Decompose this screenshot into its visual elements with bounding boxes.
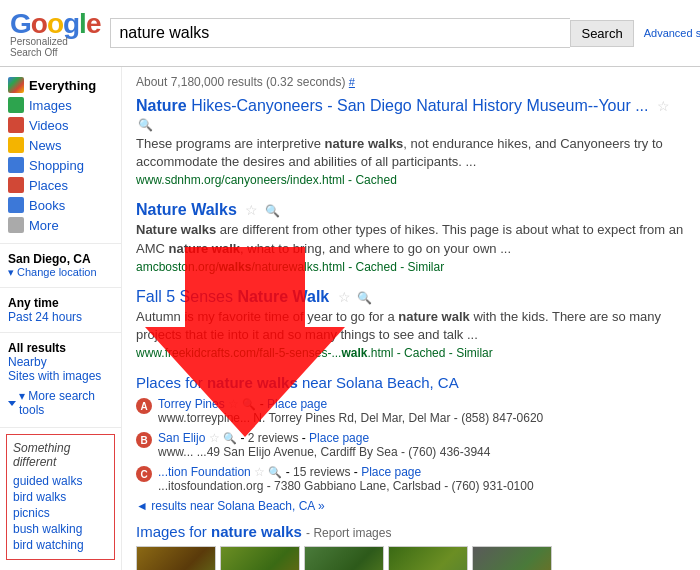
result-2-cached-link[interactable]: Cached	[355, 260, 396, 274]
zoom-c-icon[interactable]: 🔍	[268, 466, 282, 478]
more-tools-triangle-icon	[8, 401, 16, 406]
result-2-snippet: Nature walks are different from other ty…	[136, 221, 686, 257]
result-item-1: Nature Hikes-Canyoneers - San Diego Natu…	[136, 97, 686, 187]
advanced-search-link[interactable]: Advanced search	[644, 27, 700, 39]
everything-icon	[8, 77, 24, 93]
images-icon	[8, 97, 24, 113]
thumb-3[interactable]	[304, 546, 384, 570]
result-3-cached-link[interactable]: Cached	[404, 346, 445, 360]
result-1-cached-link[interactable]: Cached	[355, 173, 396, 187]
zoom-a-icon[interactable]: 🔍	[242, 398, 256, 410]
place-b-page-link[interactable]: Place page	[309, 431, 369, 445]
news-label: News	[29, 138, 62, 153]
location-section: San Diego, CA ▾ Change location	[0, 250, 121, 281]
everything-label: Everything	[29, 78, 96, 93]
search-input[interactable]	[110, 18, 570, 48]
place-a-page-link[interactable]: Place page	[267, 397, 327, 411]
suggestion-item-1[interactable]: guided walks	[13, 473, 108, 489]
suggestion-item-2[interactable]: bird walks	[13, 489, 108, 505]
more-tools-label: ▾ More search tools	[19, 389, 113, 417]
result-2-similar-link[interactable]: Similar	[408, 260, 445, 274]
result-3-title: Fall 5 Senses Nature Walk ☆ 🔍	[136, 288, 686, 306]
sidebar-item-more[interactable]: More	[8, 215, 113, 235]
result-stats-link[interactable]: #	[349, 76, 355, 88]
suggestion-item-4[interactable]: bush walking	[13, 521, 108, 537]
result-stats: About 7,180,000 results (0.32 seconds) #	[136, 71, 686, 89]
sites-with-images-link[interactable]: Sites with images	[8, 369, 113, 383]
suggestion-item-5[interactable]: bird watching	[13, 537, 108, 553]
zoom-icon-3[interactable]: 🔍	[357, 291, 372, 305]
more-search-tools-link[interactable]: ▾ More search tools	[0, 385, 121, 421]
books-label: Books	[29, 198, 65, 213]
sidebar-item-everything[interactable]: Everything	[8, 75, 113, 95]
location-city: San Diego, CA	[8, 252, 113, 266]
result-2-url: amcboston.org/walks/naturewalks.html - C…	[136, 260, 686, 274]
place-item-b: B San Elijo ☆ 🔍 - 2 reviews - Place page…	[136, 431, 686, 459]
zoom-icon-1[interactable]: 🔍	[138, 118, 153, 132]
books-icon	[8, 197, 24, 213]
places-icon	[8, 177, 24, 193]
search-bar: Search	[110, 18, 633, 48]
result-item-2: Nature Walks ☆ 🔍 Nature walks are differ…	[136, 201, 686, 273]
videos-icon	[8, 117, 24, 133]
place-c-name-link[interactable]: ...tion Foundation	[158, 465, 251, 479]
place-b-address: www... ...49 San Elijo Avenue, Cardiff B…	[158, 445, 490, 459]
images-header: Images for nature walks - Report images	[136, 523, 686, 540]
past-24h-link[interactable]: Past 24 hours	[8, 310, 113, 324]
suggestion-item-3[interactable]: picnics	[13, 505, 108, 521]
result-3-snippet: Autumn is my favorite time of year to go…	[136, 308, 686, 344]
content-area: About 7,180,000 results (0.32 seconds) #…	[122, 67, 700, 570]
place-a-name-link[interactable]: Torrey Pines	[158, 397, 225, 411]
result-1-title: Nature Hikes-Canyoneers - San Diego Natu…	[136, 97, 686, 133]
star-icon-3[interactable]: ☆	[338, 289, 351, 305]
zoom-b-icon[interactable]: 🔍	[223, 432, 237, 444]
results-section: All results Nearby Sites with images	[0, 339, 121, 385]
place-a-address: www.torreypine... N. Torrey Pines Rd, De…	[158, 411, 543, 425]
place-c-star[interactable]: ☆	[254, 465, 265, 479]
zoom-icon-2[interactable]: 🔍	[265, 204, 280, 218]
sidebar-item-videos[interactable]: Videos	[8, 115, 113, 135]
sidebar-item-places[interactable]: Places	[8, 175, 113, 195]
report-images-link[interactable]: - Report images	[306, 526, 391, 540]
place-b-star[interactable]: ☆	[209, 431, 220, 445]
thumb-4[interactable]	[388, 546, 468, 570]
suggestions-box: Something different guided walks bird wa…	[6, 434, 115, 560]
result-3-link[interactable]: Fall 5 Senses Nature Walk	[136, 288, 329, 305]
place-c-reviews: 15 reviews	[293, 465, 350, 479]
nearby-results-link[interactable]: ◄ results near Solana Beach, CA »	[136, 499, 686, 513]
result-1-link[interactable]: Nature Hikes-Canyoneers - San Diego Natu…	[136, 97, 649, 114]
videos-label: Videos	[29, 118, 69, 133]
nearby-link[interactable]: Nearby	[8, 355, 113, 369]
images-label: Images	[29, 98, 72, 113]
place-c-page-link[interactable]: Place page	[361, 465, 421, 479]
star-icon-2[interactable]: ☆	[245, 202, 258, 218]
thumb-5[interactable]	[472, 546, 552, 570]
sidebar-item-news[interactable]: News	[8, 135, 113, 155]
thumb-2[interactable]	[220, 546, 300, 570]
sidebar-item-shopping[interactable]: Shopping	[8, 155, 113, 175]
images-row	[136, 546, 686, 570]
place-marker-a: A	[136, 398, 152, 414]
thumb-1[interactable]	[136, 546, 216, 570]
place-marker-c: C	[136, 466, 152, 482]
result-2-title: Nature Walks ☆ 🔍	[136, 201, 686, 219]
result-2-link[interactable]: Nature Walks	[136, 201, 237, 218]
place-a-star[interactable]: ☆	[228, 397, 239, 411]
more-icon	[8, 217, 24, 233]
all-results-label: All results	[8, 341, 113, 355]
time-section: Any time Past 24 hours	[0, 294, 121, 326]
search-button[interactable]: Search	[570, 20, 633, 47]
place-item-c: C ...tion Foundation ☆ 🔍 - 15 reviews - …	[136, 465, 686, 493]
place-item-a: A Torrey Pines ☆ 🔍 - Place page www.torr…	[136, 397, 686, 425]
sidebar-item-books[interactable]: Books	[8, 195, 113, 215]
result-3-url: www.freekidcrafts.com/fall-5-senses-...w…	[136, 346, 686, 360]
sidebar-item-images[interactable]: Images	[8, 95, 113, 115]
personalized-search-label: Personalized Search Off	[10, 36, 100, 58]
images-header-link[interactable]: Images for nature walks	[136, 523, 302, 540]
shopping-label: Shopping	[29, 158, 84, 173]
place-b-name-link[interactable]: San Elijo	[158, 431, 205, 445]
place-b-reviews: 2 reviews	[248, 431, 299, 445]
star-icon-1[interactable]: ☆	[657, 98, 670, 114]
change-location-link[interactable]: ▾ Change location	[8, 266, 113, 279]
result-3-similar-link[interactable]: Similar	[456, 346, 493, 360]
